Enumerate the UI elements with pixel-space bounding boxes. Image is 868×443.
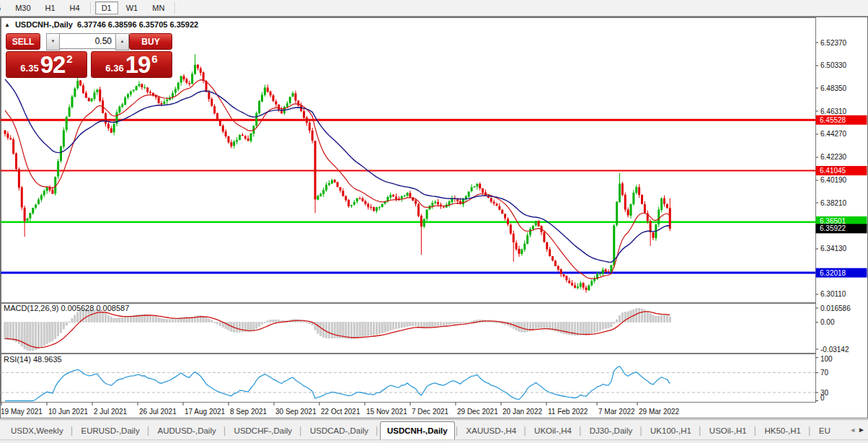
tab-separator: │ bbox=[578, 422, 583, 440]
chart-tab-usdcnh-daily[interactable]: USDCNH-,Daily bbox=[380, 421, 455, 440]
chart-tab-usdcad-daily[interactable]: USDCAD-,Daily bbox=[304, 422, 375, 440]
svg-text:15 Nov 2021: 15 Nov 2021 bbox=[366, 408, 407, 416]
svg-text:29 Dec 2021: 29 Dec 2021 bbox=[457, 408, 498, 416]
tab-separator: │ bbox=[455, 422, 460, 440]
tab-separator: │ bbox=[298, 422, 304, 440]
tab-separator: │ bbox=[523, 422, 528, 440]
chart-tab-xauusd-h4[interactable]: XAUUSD-,H4 bbox=[460, 422, 523, 440]
svg-text:6.35922: 6.35922 bbox=[820, 224, 846, 232]
svg-text:11 Feb 2022: 11 Feb 2022 bbox=[548, 408, 588, 416]
tab-scroll-arrows: ◄ ► bbox=[845, 420, 868, 439]
chart-tab-usoil-h1[interactable]: USOil-,H1 bbox=[703, 422, 753, 440]
svg-text:6.45528: 6.45528 bbox=[820, 116, 846, 124]
svg-text:6.42230: 6.42230 bbox=[820, 153, 847, 161]
status-strip bbox=[0, 439, 868, 443]
svg-text:MACD(12,26,9) 0.005628 0.00858: MACD(12,26,9) 0.005628 0.008587 bbox=[4, 304, 129, 312]
svg-text:0: 0 bbox=[820, 394, 825, 402]
svg-text:7 Dec 2021: 7 Dec 2021 bbox=[412, 408, 449, 416]
buy-price-pips: 19 bbox=[125, 53, 151, 76]
buy-price-display[interactable]: 6.36 19 6 bbox=[91, 51, 172, 78]
svg-text:6.52370: 6.52370 bbox=[820, 39, 847, 47]
chart-tab-bar: USDX,Weekly│EURUSD-,Daily│AUDUSD-,Daily│… bbox=[0, 419, 868, 440]
chart-tab-eu[interactable]: EU bbox=[812, 422, 837, 440]
svg-text:0.00: 0.00 bbox=[820, 318, 835, 326]
svg-text:-0.03142: -0.03142 bbox=[820, 346, 849, 354]
buy-button[interactable]: BUY bbox=[129, 33, 172, 50]
svg-text:29 Mar 2022: 29 Mar 2022 bbox=[639, 408, 680, 416]
chart-ohlc-values: 6.37746 6.38596 6.35705 6.35922 bbox=[77, 20, 198, 29]
svg-text:6.40190: 6.40190 bbox=[820, 176, 847, 184]
svg-text:6.38210: 6.38210 bbox=[820, 199, 847, 207]
chart-symbol-label: USDCNH-,Daily bbox=[15, 20, 73, 29]
chart-tab-usdx-weekly[interactable]: USDX,Weekly bbox=[4, 422, 70, 440]
chart-tab-hk50-h1[interactable]: HK50-,H1 bbox=[758, 422, 807, 440]
timeframe-mn[interactable]: MN bbox=[146, 1, 171, 14]
svg-text:17 Aug 2021: 17 Aug 2021 bbox=[185, 408, 226, 416]
toolbar-separator bbox=[90, 2, 92, 14]
svg-text:RSI(14) 48.9635: RSI(14) 48.9635 bbox=[4, 355, 62, 364]
tab-separator: │ bbox=[753, 422, 758, 440]
volume-increase-button[interactable]: ▲ bbox=[115, 33, 129, 51]
svg-text:22 Oct 2021: 22 Oct 2021 bbox=[321, 408, 360, 416]
chart-tab-uk100-h1[interactable]: UK100-,H1 bbox=[644, 422, 698, 440]
timeframe-m5[interactable]: 5 bbox=[0, 1, 7, 14]
sell-price-handle: 6.35 bbox=[20, 63, 38, 74]
sell-button[interactable]: SELL bbox=[6, 33, 40, 50]
svg-text:6.48350: 6.48350 bbox=[820, 84, 847, 92]
timeframe-m30[interactable]: M30 bbox=[9, 1, 37, 14]
chart-tab-ukoil-h4[interactable]: UKOil-,H4 bbox=[528, 422, 578, 440]
svg-text:6.41045: 6.41045 bbox=[820, 167, 846, 175]
volume-input[interactable] bbox=[60, 33, 115, 49]
tab-separator: │ bbox=[223, 422, 228, 440]
svg-text:6.44270: 6.44270 bbox=[820, 130, 847, 138]
scroll-tabs-right-icon[interactable]: ► bbox=[858, 426, 865, 434]
svg-text:100: 100 bbox=[820, 355, 833, 363]
svg-text:6.36501: 6.36501 bbox=[820, 217, 846, 225]
svg-text:6.32018: 6.32018 bbox=[820, 269, 846, 277]
collapse-arrow-icon[interactable]: ▲ bbox=[4, 22, 10, 28]
chart-tab-dj30-daily[interactable]: DJ30-,Daily bbox=[583, 422, 639, 440]
timeframe-d1[interactable]: D1 bbox=[95, 1, 118, 14]
tab-separator: │ bbox=[146, 422, 151, 440]
scroll-tabs-left-icon[interactable]: ◄ bbox=[849, 426, 856, 434]
chart-tab-usdchf-daily[interactable]: USDCHF-,Daily bbox=[228, 422, 299, 440]
tab-separator: │ bbox=[698, 422, 703, 440]
chart-tab-eurusd-daily[interactable]: EURUSD-,Daily bbox=[75, 422, 146, 440]
svg-text:26 Jul 2021: 26 Jul 2021 bbox=[139, 408, 177, 416]
svg-text:6.34130: 6.34130 bbox=[820, 245, 847, 253]
buy-price-handle: 6.36 bbox=[105, 63, 123, 74]
volume-decrease-button[interactable]: ▼ bbox=[46, 33, 60, 51]
svg-text:70: 70 bbox=[820, 369, 829, 377]
svg-text:7 Mar 2022: 7 Mar 2022 bbox=[598, 408, 635, 416]
svg-text:6.46310: 6.46310 bbox=[820, 108, 847, 115]
svg-text:19 May 2021: 19 May 2021 bbox=[1, 408, 43, 416]
svg-text:30 Sep 2021: 30 Sep 2021 bbox=[275, 408, 316, 416]
tab-separator: │ bbox=[807, 422, 812, 440]
one-click-trading-panel: SELL ▼ ▲ BUY 6.35 92 2 6.36 19 6 bbox=[6, 33, 172, 78]
svg-text:8 Sep 2021: 8 Sep 2021 bbox=[230, 408, 267, 416]
sell-price-display[interactable]: 6.35 92 2 bbox=[6, 51, 87, 78]
mt4-terminal: 6.523706.503306.483506.463106.442706.422… bbox=[0, 0, 868, 443]
buy-price-point: 6 bbox=[151, 53, 157, 65]
timeframe-h1[interactable]: H1 bbox=[39, 1, 62, 14]
svg-text:2 Jul 2021: 2 Jul 2021 bbox=[94, 408, 128, 416]
svg-text:20 Jan 2022: 20 Jan 2022 bbox=[502, 408, 542, 416]
tab-separator: │ bbox=[639, 422, 644, 440]
svg-text:0.016586: 0.016586 bbox=[820, 304, 851, 312]
chart-title: ▲ USDCNH-,Daily 6.37746 6.38596 6.35705 … bbox=[4, 20, 198, 29]
tab-separator: │ bbox=[70, 422, 75, 440]
timeframe-w1[interactable]: W1 bbox=[120, 1, 145, 14]
toolbar-separator bbox=[174, 2, 176, 14]
timeframe-toolbar: 5 M30 H1 H4 D1 W1 MN bbox=[0, 0, 868, 17]
sell-price-pips: 92 bbox=[40, 53, 66, 76]
svg-text:6.50330: 6.50330 bbox=[820, 61, 847, 69]
timeframe-h4[interactable]: H4 bbox=[63, 1, 87, 14]
chart-tab-audusd-daily[interactable]: AUDUSD-,Daily bbox=[151, 422, 223, 440]
sell-price-point: 2 bbox=[66, 53, 72, 65]
tab-separator: │ bbox=[375, 422, 380, 440]
svg-text:10 Jun 2021: 10 Jun 2021 bbox=[48, 408, 88, 416]
svg-text:6.30110: 6.30110 bbox=[820, 290, 846, 298]
